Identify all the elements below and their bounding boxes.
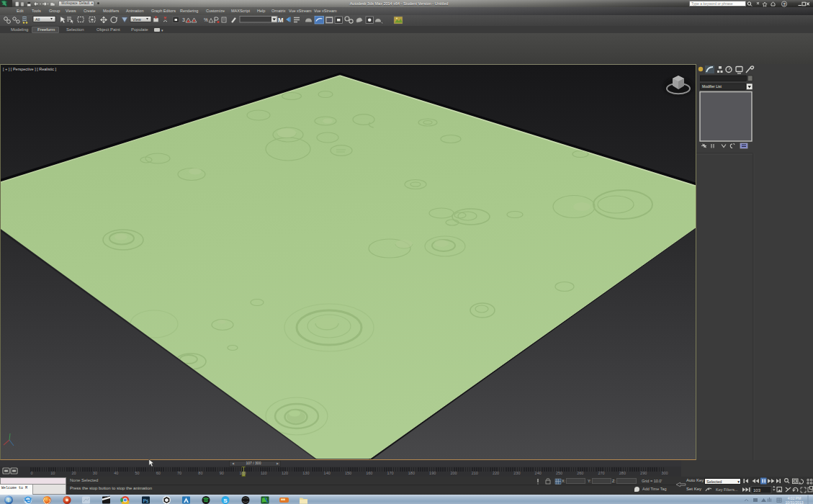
svg-text:10/31/2013: 10/31/2013 [785,500,803,504]
svg-text:103: 103 [753,488,761,492]
svg-text:%: % [204,17,208,22]
svg-text:3: 3 [182,17,185,22]
svg-text:All: All [35,17,40,22]
svg-text:M: M [278,17,284,24]
svg-text:View: View [132,17,141,22]
svg-text:Ps: Ps [143,498,149,503]
svg-text:?: ? [783,2,786,6]
svg-text:Modifier List: Modifier List [702,84,722,89]
svg-text:S: S [223,498,228,504]
